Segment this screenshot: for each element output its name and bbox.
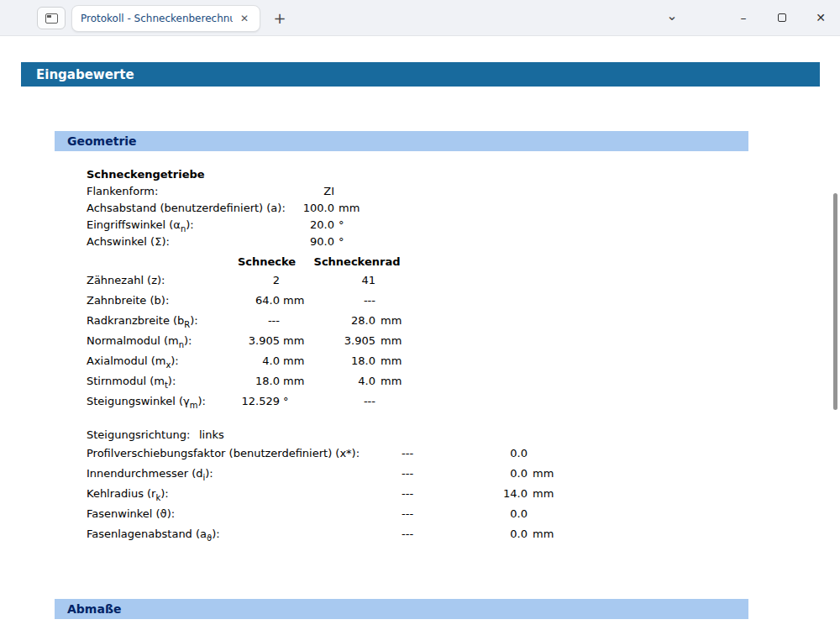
column-header-schnecke: Schnecke <box>225 254 308 270</box>
table-row: Steigungswinkel (γm): 12.529 ° --- <box>87 391 840 412</box>
column-header-schneckenrad: Schneckenrad <box>308 254 406 270</box>
table-row: Normalmodul (mn): 3.905 mm 3.905 mm <box>87 331 840 351</box>
row-label: Steigungswinkel (γm): <box>87 391 225 416</box>
section-title: Abmaße <box>67 602 121 616</box>
window-icon <box>45 13 58 24</box>
value-schneckenrad: --- <box>308 391 375 412</box>
row-unit: ° <box>339 217 344 234</box>
schnecke-placeholder: --- <box>402 524 435 544</box>
row-unit: mm <box>533 464 554 484</box>
data-row: Achswinkel (Σ): 90.0 ° <box>87 234 840 250</box>
chevron-down-icon[interactable]: ⌄ <box>660 6 684 29</box>
table-row: Axialmodul (mx): 4.0 mm 18.0 mm <box>87 351 840 371</box>
data-row: Achsabstand (benutzerdefiniert) (a): 100… <box>87 200 840 217</box>
row-unit: mm <box>533 484 554 504</box>
value-schneckenrad: 41 <box>308 270 375 291</box>
unit-schnecke: mm <box>283 331 308 351</box>
wide-row: Fasenlagenabstand (aϑ): --- 0.0 mm <box>87 524 840 544</box>
table-row: Radkranzbreite (bR): --- 28.0 mm <box>87 311 840 331</box>
row-label: Steigungsrichtung: <box>87 427 199 444</box>
row-value: 90.0 <box>297 234 334 250</box>
direction-row: Steigungsrichtung: links <box>87 427 840 444</box>
row-label: Achsabstand (benutzerdefiniert) (a): <box>87 200 297 217</box>
wide-row: Fasenwinkel (ϑ): --- 0.0 <box>87 504 840 524</box>
table-row: Zahnbreite (b): 64.0 mm --- <box>87 291 840 311</box>
value-schnecke: --- <box>225 311 280 331</box>
data-row: Flankenform: ZI <box>87 183 840 200</box>
column-headers-row: Schnecke Schneckenrad <box>87 254 840 270</box>
value-schnecke: 12.529 <box>225 391 280 412</box>
value-schnecke: 64.0 <box>225 291 280 311</box>
row-unit: mm <box>339 200 360 217</box>
value-schneckenrad: 28.0 <box>308 311 375 331</box>
value-schneckenrad: 3.905 <box>308 331 375 351</box>
subtitle-row: Schneckengetriebe <box>87 166 840 183</box>
wide-row: Kehlradius (rk): --- 14.0 mm <box>87 484 840 504</box>
table-row: Zähnezahl (z): 2 41 <box>87 270 840 291</box>
main-header: Eingabewerte <box>21 62 820 87</box>
section-geometrie: Geometrie <box>55 131 748 151</box>
tab-title: Protokoll - Schneckenberechnung <box>81 13 233 24</box>
minimize-button[interactable]: – <box>724 0 763 35</box>
schnecke-placeholder: --- <box>402 504 435 524</box>
subtitle-label: Schneckengetriebe <box>87 166 205 183</box>
value-schnecke: 4.0 <box>225 351 280 371</box>
tab-close-icon[interactable]: ✕ <box>238 13 251 24</box>
schnecke-placeholder: --- <box>402 484 435 504</box>
wide-row: Profilverschiebungsfaktor (benutzerdefin… <box>87 444 840 464</box>
unit-schneckenrad: mm <box>381 371 402 391</box>
row-label: Fasenwinkel (ϑ): <box>87 504 402 524</box>
row-value: 0.0 <box>435 524 528 544</box>
window-controls: – ✕ <box>724 0 840 35</box>
section-title: Geometrie <box>67 134 137 148</box>
close-button[interactable]: ✕ <box>801 0 840 35</box>
row-value: 0.0 <box>435 444 528 464</box>
schnecke-placeholder: --- <box>402 444 435 464</box>
row-label: Zahnbreite (b): <box>87 291 225 311</box>
schnecke-placeholder: --- <box>402 464 435 484</box>
value-schnecke: 18.0 <box>225 371 280 391</box>
table-row: Stirnmodul (mt): 18.0 mm 4.0 mm <box>87 371 840 391</box>
maximize-button[interactable] <box>763 0 801 35</box>
geometry-content: Schneckengetriebe Flankenform: ZI Achsab… <box>87 166 840 544</box>
row-value: 0.0 <box>435 504 528 524</box>
value-schneckenrad: 18.0 <box>308 351 375 371</box>
new-tab-button[interactable]: + <box>269 8 291 29</box>
unit-schnecke: mm <box>283 351 308 371</box>
value-schneckenrad: 4.0 <box>308 371 375 391</box>
row-label: Flankenform: <box>87 183 297 200</box>
row-label: Fasenlagenabstand (aϑ): <box>87 524 402 549</box>
data-row: Eingriffswinkel (αn): 20.0 ° <box>87 217 840 234</box>
row-unit: ° <box>339 234 344 250</box>
scrollbar-thumb[interactable] <box>833 193 837 410</box>
row-value: links <box>199 427 224 444</box>
row-value: 0.0 <box>435 464 528 484</box>
row-value: ZI <box>297 183 334 200</box>
tab-overview-button[interactable] <box>37 7 66 29</box>
section-abmasse: Abmaße <box>55 599 748 619</box>
titlebar: Protokoll - Schneckenberechnung ✕ + ⌄ – … <box>0 0 840 36</box>
value-schnecke: 2 <box>225 270 280 291</box>
main-header-title: Eingabewerte <box>36 67 134 82</box>
row-value: 100.0 <box>297 200 334 217</box>
row-unit: mm <box>533 524 554 544</box>
row-value: 14.0 <box>435 484 528 504</box>
unit-schneckenrad: mm <box>381 331 402 351</box>
value-schneckenrad: --- <box>308 291 375 311</box>
unit-schnecke: mm <box>283 371 308 391</box>
wide-row: Innendurchmesser (di): --- 0.0 mm <box>87 464 840 484</box>
maximize-icon <box>778 13 786 22</box>
unit-schnecke: ° <box>283 391 308 412</box>
unit-schneckenrad: mm <box>381 311 402 331</box>
unit-schnecke: mm <box>283 291 308 311</box>
row-label: Zähnezahl (z): <box>87 270 225 291</box>
unit-schneckenrad: mm <box>381 351 402 371</box>
row-label: Profilverschiebungsfaktor (benutzerdefin… <box>87 444 402 464</box>
browser-tab[interactable]: Protokoll - Schneckenberechnung ✕ <box>71 5 260 32</box>
row-value: 20.0 <box>297 217 334 234</box>
row-label: Achswinkel (Σ): <box>87 234 297 250</box>
value-schnecke: 3.905 <box>225 331 280 351</box>
